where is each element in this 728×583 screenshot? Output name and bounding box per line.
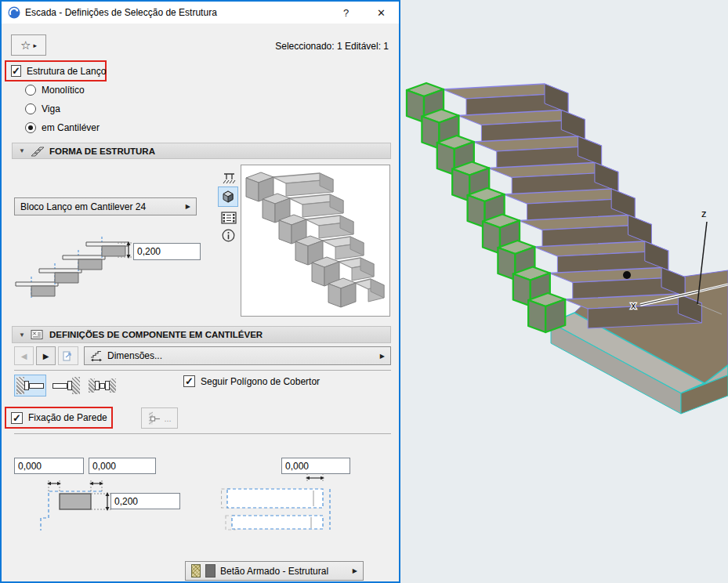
radio-circle bbox=[25, 85, 36, 96]
x-axis-label: x bbox=[631, 299, 636, 311]
attachment-option-left-wall[interactable] bbox=[14, 375, 46, 397]
dialog-title: Escada - Definições de Selecção de Estru… bbox=[25, 7, 217, 18]
block-thickness-input[interactable] bbox=[133, 243, 201, 260]
annotation-box-wall-fixing: ✓ Fixação de Parede bbox=[5, 407, 113, 429]
prev-component-button[interactable]: ◀ bbox=[14, 346, 34, 365]
flight-structure-checkbox[interactable]: ✓ bbox=[11, 65, 21, 77]
check-icon: ✓ bbox=[13, 413, 21, 423]
wall-fixing-icon bbox=[147, 411, 161, 425]
section-header-cantilever-component[interactable]: ▼ DEFINIÇÕES DE COMPONENTE EM CANTILÉVER bbox=[12, 326, 391, 343]
follow-polygon-checkbox[interactable]: ✓ bbox=[183, 375, 195, 387]
help-button[interactable]: ? bbox=[328, 2, 364, 24]
profile-combo[interactable]: Bloco Lanço em Cantilever 24 ▶ bbox=[14, 197, 197, 215]
offset-mid-input[interactable] bbox=[89, 458, 156, 474]
close-button[interactable]: ✕ bbox=[364, 2, 399, 24]
transfer-settings-icon bbox=[63, 350, 74, 362]
viewport-3d[interactable]: z x bbox=[400, 0, 728, 583]
wall-fixing-checkbox[interactable]: ✓ bbox=[11, 412, 23, 424]
archicad-logo-icon bbox=[8, 6, 20, 19]
preview-stairs-image bbox=[241, 165, 389, 316]
component-settings-icon bbox=[31, 329, 44, 340]
cantilever-component-title: DEFINIÇÕES DE COMPONENTE EM CANTILÉVER bbox=[49, 330, 263, 339]
block-plan-diagram bbox=[221, 470, 340, 533]
radio-monolithic-label: Monolítico bbox=[42, 85, 85, 96]
attachment-option-right-wall[interactable] bbox=[50, 375, 82, 397]
wall-hatch-icon bbox=[89, 378, 95, 393]
dimensions-combo-value: Dimensões... bbox=[107, 350, 162, 361]
next-component-button[interactable]: ▶ bbox=[36, 346, 56, 365]
stair-structure-settings-dialog: Escada - Definições de Selecção de Estru… bbox=[0, 0, 400, 583]
info-icon[interactable] bbox=[222, 229, 235, 242]
collapse-icon: ▼ bbox=[19, 331, 25, 339]
follow-polygon-label: Seguir Polígono de Cobertor bbox=[201, 376, 320, 387]
attachment-options bbox=[14, 375, 118, 397]
radio-cantilever-label: em Cantiléver bbox=[42, 122, 100, 133]
radio-cantilever[interactable]: em Cantiléver bbox=[25, 122, 100, 133]
ellipsis-label: ... bbox=[164, 414, 171, 423]
combo-arrow-icon: ▶ bbox=[380, 353, 385, 360]
flight-structure-label: Estrutura de Lanço bbox=[27, 66, 106, 77]
structure-preview bbox=[241, 165, 390, 317]
material-combo[interactable]: Betão Armado - Estrutural ▶ bbox=[185, 561, 364, 581]
nav-left-icon: ◀ bbox=[21, 352, 27, 360]
cube-icon bbox=[221, 190, 235, 204]
material-color-swatch bbox=[205, 564, 216, 578]
collapse-icon: ▼ bbox=[19, 147, 25, 154]
combo-arrow-icon: ▶ bbox=[353, 567, 357, 574]
block-height-input[interactable] bbox=[110, 493, 180, 509]
dimensions-icon bbox=[90, 350, 103, 362]
offset-left-input[interactable] bbox=[14, 458, 84, 474]
structure-form-title: FORMA DE ESTRUTURA bbox=[49, 147, 155, 156]
annotation-box-flight-structure: ✓ Estrutura de Lanço bbox=[5, 60, 107, 81]
separator bbox=[14, 433, 391, 434]
support-pin-icon[interactable] bbox=[223, 172, 236, 184]
nav-right-icon: ▶ bbox=[43, 352, 49, 360]
filmstrip-icon[interactable] bbox=[221, 212, 237, 224]
beam-bar bbox=[100, 383, 105, 389]
separator bbox=[14, 370, 391, 371]
wall-hatch-icon bbox=[16, 377, 24, 394]
material-combo-value: Betão Armado - Estrutural bbox=[220, 566, 328, 577]
beam-bar bbox=[29, 383, 44, 389]
radio-monolithic[interactable]: Monolítico bbox=[25, 85, 85, 96]
beam-bar bbox=[53, 383, 67, 389]
dimensions-combo[interactable]: Dimensões... ▶ bbox=[84, 346, 391, 365]
wall-fixing-options-button[interactable]: ... bbox=[141, 407, 178, 429]
material-texture-swatch bbox=[191, 564, 201, 578]
selection-node-dot[interactable] bbox=[623, 271, 631, 279]
stair-3d-scene: z x bbox=[400, 0, 728, 583]
star-icon: ☆ bbox=[20, 38, 31, 53]
wall-hatch-icon bbox=[72, 377, 80, 394]
combo-arrow-icon: ▶ bbox=[186, 203, 190, 210]
structure-form-icon bbox=[31, 146, 44, 157]
check-icon: ✓ bbox=[185, 376, 194, 386]
section-header-structure-form[interactable]: ▼ FORMA DE ESTRUTURA bbox=[12, 143, 391, 159]
profile-combo-value: Bloco Lanço em Cantilever 24 bbox=[20, 201, 146, 212]
cantilever-profile-diagram bbox=[14, 237, 133, 306]
dialog-body: ☆ ▸ Seleccionado: 1 Editável: 1 ✓ Estrut… bbox=[2, 24, 399, 581]
follow-polygon-row: ✓ Seguir Polígono de Cobertor bbox=[183, 375, 320, 387]
radio-beam[interactable]: Viga bbox=[25, 103, 60, 114]
wall-hatch-icon bbox=[110, 378, 116, 393]
favorites-button[interactable]: ☆ ▸ bbox=[11, 34, 46, 56]
selection-status: Seleccionado: 1 Editável: 1 bbox=[275, 41, 389, 52]
transfer-settings-button[interactable] bbox=[58, 346, 78, 365]
wall-fixing-label: Fixação de Parede bbox=[28, 412, 107, 423]
radio-circle-selected bbox=[25, 122, 36, 133]
preview-3d-button[interactable] bbox=[218, 186, 238, 207]
z-axis-label: z bbox=[701, 208, 707, 219]
title-bar: Escada - Definições de Selecção de Estru… bbox=[2, 2, 399, 24]
stair-steps bbox=[407, 83, 701, 332]
radio-circle bbox=[25, 103, 36, 114]
radio-beam-label: Viga bbox=[42, 103, 60, 114]
flyout-arrow-icon: ▸ bbox=[33, 42, 37, 49]
attachment-option-both-walls[interactable] bbox=[86, 375, 118, 397]
check-icon: ✓ bbox=[12, 66, 20, 76]
